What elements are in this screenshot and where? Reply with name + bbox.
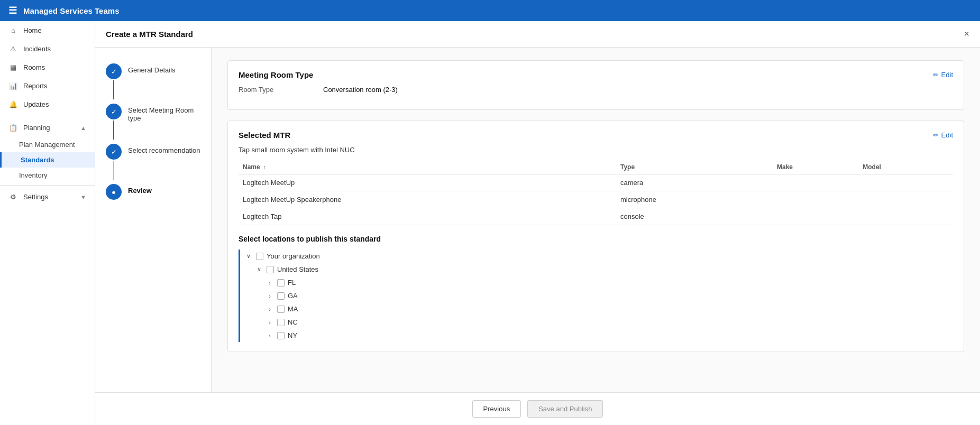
expand-ga-icon[interactable]: › [265, 293, 274, 299]
sidebar-item-planning[interactable]: 📋 Planning ▲ [0, 118, 95, 137]
nc-label: NC [288, 318, 298, 326]
edit-pencil-icon: ✏ [933, 71, 939, 79]
settings-expand-icon: ▼ [80, 194, 86, 200]
tree-item-ga[interactable]: › GA [265, 289, 953, 302]
locations-title: Select locations to publish this standar… [239, 235, 953, 243]
stepper-panel: ✓ General Details ✓ [95, 48, 212, 392]
tree-item-org[interactable]: ∨ Your organization [244, 250, 953, 263]
meeting-room-type-edit-button[interactable]: ✏ Edit [933, 71, 953, 79]
meeting-room-type-section: Meeting Room Type ✏ Edit Room Type Conve… [227, 60, 964, 110]
step-select-rec: ✓ Select recommendation [106, 144, 200, 180]
expand-us-icon[interactable]: ∨ [255, 266, 263, 273]
sidebar-item-settings[interactable]: ⚙ Settings ▼ [0, 188, 95, 206]
col-model: Model [858, 160, 953, 174]
room-type-value: Conversation room (2-3) [323, 86, 398, 94]
content-area: Standards Review and curate your MTR sta… [95, 21, 980, 425]
planning-submenu: Plan Management Standards Inventory [0, 137, 95, 183]
modal-close-button[interactable]: × [964, 29, 969, 40]
save-publish-button[interactable]: Save and Publish [527, 400, 603, 418]
sidebar-item-rooms[interactable]: ▦ Rooms [0, 58, 95, 77]
step-general: ✓ General Details [106, 63, 200, 99]
room-type-row: Room Type Conversation room (2-3) [239, 86, 953, 94]
org-label: Your organization [267, 252, 320, 260]
device-make-2 [773, 191, 858, 208]
expand-ny-icon[interactable]: › [265, 332, 274, 339]
checkbox-us[interactable] [267, 266, 274, 273]
meeting-room-type-header: Meeting Room Type ✏ Edit [239, 70, 953, 79]
updates-icon: 🔔 [8, 100, 18, 108]
expand-fl-icon[interactable]: › [265, 280, 274, 286]
expand-ma-icon[interactable]: › [265, 306, 274, 312]
step-circle-select-rec: ✓ [106, 144, 122, 160]
checkbox-nc[interactable] [277, 319, 285, 326]
step-circle-review: ● [106, 184, 122, 200]
sidebar-item-plan-management[interactable]: Plan Management [0, 137, 95, 152]
locations-section: Select locations to publish this standar… [239, 235, 953, 342]
table-row: Logitech MeetUp camera [239, 174, 953, 191]
step-select-room: ✓ Select Meeting Room type [106, 104, 200, 140]
checkbox-fl[interactable] [277, 279, 285, 287]
selected-mtr-edit-button[interactable]: ✏ Edit [933, 131, 953, 139]
device-model-3 [858, 208, 953, 225]
hamburger-icon[interactable]: ☰ [8, 5, 17, 16]
sidebar-item-reports[interactable]: 📊 Reports [0, 77, 95, 95]
planning-icon: 📋 [8, 124, 18, 132]
checkbox-ga[interactable] [277, 292, 285, 300]
table-row: Logitech Tap console [239, 208, 953, 225]
sidebar-item-standards[interactable]: Standards [0, 152, 95, 168]
tree-item-ma[interactable]: › MA [265, 302, 953, 316]
step-label-select-rec: Select recommendation [128, 144, 200, 154]
tree-root-wrapper: ∨ Your organization ∨ [239, 250, 953, 342]
device-name-2: Logitech MeetUp Speakerphone [239, 191, 616, 208]
device-model-2 [858, 191, 953, 208]
tree-item-nc[interactable]: › NC [265, 316, 953, 329]
step-circle-select-room: ✓ [106, 104, 122, 119]
expand-org-icon[interactable]: ∨ [244, 253, 253, 260]
ma-label: MA [288, 305, 298, 313]
rooms-icon: ▦ [8, 63, 18, 71]
sidebar-item-incidents[interactable]: ⚠ Incidents [0, 40, 95, 58]
tree-item-us[interactable]: ∨ United States [255, 263, 953, 276]
ga-label: GA [288, 292, 298, 300]
sidebar-item-home[interactable]: ⌂ Home [0, 21, 95, 40]
device-type-3: console [616, 208, 773, 225]
modal-panel: Create a MTR Standard × ✓ [95, 21, 980, 425]
step-review: ● Review [106, 184, 200, 200]
step-label-general: General Details [128, 63, 176, 74]
tree-children-org: ∨ United States › [244, 263, 953, 342]
selected-mtr-title: Selected MTR [239, 131, 290, 140]
devices-table: Name ↑ Type Make [239, 160, 953, 225]
device-make-1 [773, 174, 858, 191]
settings-icon: ⚙ [8, 193, 18, 201]
col-name[interactable]: Name ↑ [239, 160, 616, 174]
checkbox-ny[interactable] [277, 332, 285, 339]
incidents-icon: ⚠ [8, 45, 18, 53]
tree-item-ny[interactable]: › NY [265, 329, 953, 342]
sidebar-item-inventory[interactable]: Inventory [0, 168, 95, 183]
meeting-room-type-title: Meeting Room Type [239, 70, 313, 79]
modal-title: Create a MTR Standard [106, 30, 193, 39]
app-title: Managed Services Teams [23, 6, 119, 15]
modal-body: ✓ General Details ✓ [95, 48, 980, 392]
device-type-2: microphone [616, 191, 773, 208]
sidebar-item-updates[interactable]: 🔔 Updates [0, 95, 95, 114]
sort-icon: ↑ [263, 164, 266, 170]
expand-nc-icon[interactable]: › [265, 319, 274, 326]
device-make-3 [773, 208, 858, 225]
fl-label: FL [288, 279, 296, 287]
previous-button[interactable]: Previous [472, 400, 521, 418]
home-icon: ⌂ [8, 26, 18, 34]
tree-item-fl[interactable]: › FL [265, 276, 953, 289]
modal-overlay: Create a MTR Standard × ✓ [95, 21, 980, 425]
checkbox-ma[interactable] [277, 306, 285, 313]
top-bar: ☰ Managed Services Teams [0, 0, 980, 21]
mtr-subtitle: Tap small room system with Intel NUC [239, 146, 953, 154]
col-make: Make [773, 160, 858, 174]
modal-header: Create a MTR Standard × [95, 21, 980, 48]
step-circle-general: ✓ [106, 63, 122, 79]
ny-label: NY [288, 331, 297, 339]
device-type-1: camera [616, 174, 773, 191]
main-layout: ⌂ Home ⚠ Incidents ▦ Rooms 📊 Reports 🔔 U… [0, 21, 980, 425]
selected-mtr-section: Selected MTR ✏ Edit Tap small room syste… [227, 121, 964, 352]
checkbox-org[interactable] [256, 253, 263, 260]
